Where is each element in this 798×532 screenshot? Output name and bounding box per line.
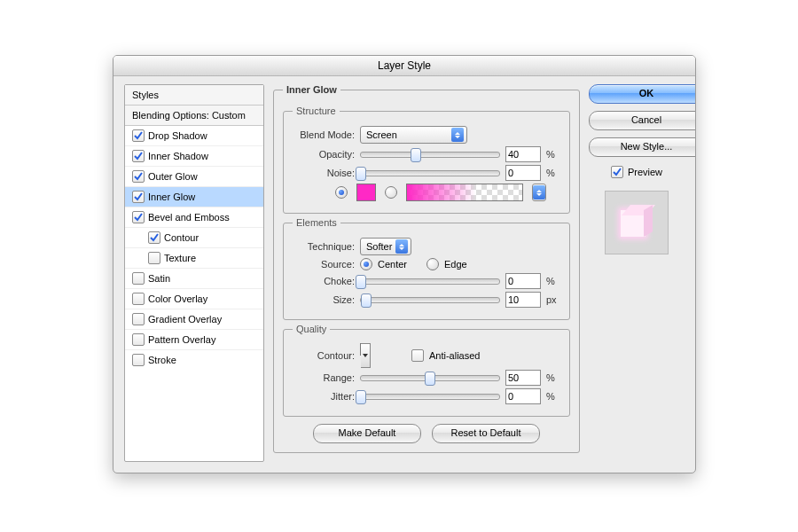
cancel-button[interactable]: Cancel	[589, 111, 696, 130]
range-thumb[interactable]	[425, 372, 435, 386]
style-checkbox[interactable]	[132, 293, 145, 305]
style-checkbox[interactable]	[132, 211, 145, 223]
size-slider[interactable]	[360, 297, 500, 303]
technique-select[interactable]: Softer	[360, 238, 411, 255]
technique-value: Softer	[366, 241, 392, 252]
sidebar-item-pattern-overlay[interactable]: Pattern Overlay	[125, 330, 263, 350]
color-swatch[interactable]	[356, 184, 376, 201]
elements-legend: Elements	[293, 217, 340, 228]
select-stepper-icon	[395, 239, 408, 254]
noise-unit: %	[546, 168, 560, 178]
choke-field[interactable]: 0	[505, 273, 541, 289]
choke-label: Choke:	[293, 276, 355, 286]
style-label: Contour	[164, 232, 199, 243]
source-edge-label: Edge	[444, 259, 467, 270]
sidebar-item-stroke[interactable]: Stroke	[125, 350, 263, 370]
titlebar: Layer Style	[113, 56, 695, 76]
opacity-thumb[interactable]	[411, 148, 421, 162]
sidebar-header-styles[interactable]: Styles	[125, 85, 263, 106]
quality-legend: Quality	[293, 324, 330, 334]
opacity-label: Opacity:	[293, 149, 355, 160]
source-edge-radio[interactable]	[426, 258, 439, 270]
sidebar-item-color-overlay[interactable]: Color Overlay	[125, 289, 263, 309]
new-style-button[interactable]: New Style...	[589, 137, 696, 157]
noise-thumb[interactable]	[356, 167, 366, 181]
range-slider[interactable]	[360, 375, 500, 381]
style-checkbox[interactable]	[132, 354, 145, 366]
size-label: Size:	[293, 294, 355, 305]
choke-thumb[interactable]	[356, 275, 366, 289]
panel-title: Inner Glow	[283, 84, 340, 95]
structure-legend: Structure	[293, 106, 340, 116]
blend-mode-label: Blend Mode:	[293, 129, 355, 140]
sidebar-item-satin[interactable]: Satin	[125, 269, 263, 289]
style-label: Drop Shadow	[148, 130, 207, 141]
sidebar-item-texture[interactable]: Texture	[125, 248, 263, 269]
style-label: Pattern Overlay	[148, 334, 215, 345]
style-checkbox[interactable]	[132, 170, 145, 183]
gradient-swatch[interactable]	[406, 184, 523, 201]
style-checkbox[interactable]	[132, 150, 145, 162]
sidebar-item-outer-glow[interactable]: Outer Glow	[125, 167, 263, 187]
style-checkbox[interactable]	[148, 252, 160, 264]
sidebar-item-inner-shadow[interactable]: Inner Shadow	[125, 146, 263, 167]
jitter-field[interactable]: 0	[505, 388, 541, 404]
jitter-slider[interactable]	[360, 394, 500, 400]
style-checkbox[interactable]	[132, 333, 145, 346]
source-center-radio[interactable]	[360, 258, 372, 270]
select-stepper-icon	[451, 128, 464, 142]
style-label: Inner Glow	[148, 192, 195, 202]
style-checkbox[interactable]	[132, 313, 145, 325]
blend-mode-select[interactable]: Screen	[360, 126, 467, 144]
style-label: Bevel and Emboss	[148, 212, 230, 223]
style-label: Satin	[148, 273, 170, 284]
opacity-slider[interactable]	[360, 152, 500, 158]
style-checkbox[interactable]	[132, 129, 145, 142]
noise-field[interactable]: 0	[505, 165, 541, 181]
technique-label: Technique:	[293, 241, 355, 252]
contour-label: Contour:	[293, 350, 355, 361]
style-label: Color Overlay	[148, 293, 207, 304]
preview-thumbnail	[605, 191, 669, 254]
preview-checkbox[interactable]	[611, 166, 623, 178]
sidebar-item-drop-shadow[interactable]: Drop Shadow	[125, 126, 263, 146]
range-unit: %	[546, 372, 560, 383]
chevron-down-icon[interactable]	[361, 343, 362, 356]
contour-picker[interactable]	[360, 343, 362, 356]
sidebar-item-bevel-and-emboss[interactable]: Bevel and Emboss	[125, 207, 263, 228]
source-label: Source:	[293, 259, 355, 270]
choke-slider[interactable]	[360, 278, 500, 285]
style-label: Stroke	[148, 355, 176, 365]
gradient-radio[interactable]	[385, 186, 397, 199]
styles-sidebar: Styles Blending Options: Custom Drop Sha…	[124, 84, 264, 462]
blend-mode-value: Screen	[366, 129, 397, 140]
opacity-field[interactable]: 40	[505, 146, 541, 162]
sidebar-item-inner-glow[interactable]: Inner Glow	[125, 187, 263, 207]
style-label: Texture	[164, 253, 196, 263]
range-field[interactable]: 50	[505, 370, 541, 386]
style-label: Inner Shadow	[148, 151, 208, 161]
jitter-thumb[interactable]	[356, 390, 366, 404]
reset-default-button[interactable]: Reset to Default	[432, 424, 540, 443]
style-checkbox[interactable]	[132, 191, 145, 203]
style-checkbox[interactable]	[132, 272, 145, 285]
style-label: Outer Glow	[148, 171, 198, 182]
preview-label: Preview	[628, 167, 662, 177]
style-checkbox[interactable]	[148, 231, 160, 244]
range-label: Range:	[293, 372, 355, 383]
sidebar-item-contour[interactable]: Contour	[125, 228, 263, 248]
source-center-label: Center	[378, 259, 407, 270]
gradient-dropdown[interactable]	[532, 184, 546, 201]
size-thumb[interactable]	[361, 293, 372, 308]
size-field[interactable]: 10	[505, 292, 541, 308]
window-title: Layer Style	[378, 59, 431, 72]
noise-slider[interactable]	[360, 170, 500, 176]
select-stepper-icon	[533, 185, 545, 200]
ok-button[interactable]: OK	[589, 84, 696, 104]
sidebar-header-blending[interactable]: Blending Options: Custom	[125, 106, 263, 126]
sidebar-item-gradient-overlay[interactable]: Gradient Overlay	[125, 309, 263, 330]
antialiased-checkbox[interactable]	[411, 349, 424, 362]
make-default-button[interactable]: Make Default	[313, 424, 421, 443]
color-radio[interactable]	[335, 186, 348, 199]
jitter-label: Jitter:	[293, 391, 355, 402]
